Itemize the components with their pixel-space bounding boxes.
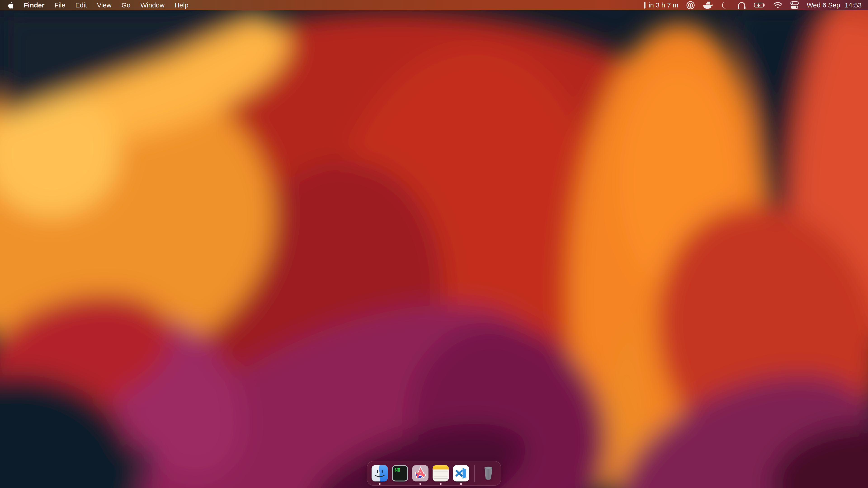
control-center-icon [790, 1, 799, 10]
wifi-icon [773, 2, 782, 8]
battery-menu[interactable] [754, 2, 766, 8]
menu-item-file[interactable]: File [55, 1, 65, 9]
dock-separator [474, 465, 475, 482]
menu-item-go[interactable]: Go [121, 1, 130, 9]
wallpaper [0, 0, 868, 488]
menu-bar-clock[interactable]: Wed 6 Sep 14:53 [807, 1, 862, 9]
headphones-icon [737, 1, 746, 9]
timer-status[interactable]: in 3 h 7 m [644, 1, 678, 9]
onepassword-icon [686, 1, 695, 10]
notes-icon [432, 465, 449, 482]
running-indicator [460, 483, 462, 485]
terminal-prompt-glyph: $ [395, 467, 397, 472]
timer-remaining-label: in 3 h 7 m [649, 1, 678, 9]
arc-browser-icon [412, 465, 429, 482]
dock-item-arc[interactable] [412, 465, 429, 482]
menu-item-window[interactable]: Window [141, 1, 164, 9]
apple-logo-icon [8, 2, 14, 9]
menu-item-view[interactable]: View [97, 1, 112, 9]
dock-item-vscode[interactable] [453, 465, 469, 482]
trash-icon [480, 465, 497, 482]
docker-menu[interactable] [703, 1, 713, 9]
running-indicator [379, 483, 381, 485]
audio-output-menu[interactable] [737, 1, 746, 9]
menu-item-help[interactable]: Help [175, 1, 188, 9]
dock-item-trash[interactable] [480, 465, 497, 482]
clock-time: 14:53 [845, 1, 862, 9]
focus-moon-icon [721, 1, 730, 9]
menu-bar-left: Finder File Edit View Go Window Help [0, 1, 188, 9]
onepassword-menu[interactable] [686, 1, 695, 10]
timer-indicator-bar-icon [644, 1, 646, 9]
menu-item-edit[interactable]: Edit [75, 1, 87, 9]
vscode-icon [453, 465, 469, 482]
menu-bar-status: in 3 h 7 m [644, 1, 868, 10]
dock-item-terminal[interactable]: $ [392, 465, 408, 482]
clock-date: Wed 6 Sep [807, 1, 840, 9]
dock-item-notes[interactable] [432, 465, 449, 482]
menu-bar: Finder File Edit View Go Window Help in … [0, 0, 868, 10]
dock-item-finder[interactable] [371, 465, 388, 482]
apple-menu[interactable] [8, 2, 14, 9]
terminal-icon: $ [392, 465, 408, 482]
running-indicator [420, 483, 421, 485]
desktop: Finder File Edit View Go Window Help in … [0, 0, 868, 488]
dock: $ [367, 461, 501, 486]
battery-charging-icon [754, 2, 766, 8]
control-center-menu[interactable] [790, 1, 799, 10]
wifi-menu[interactable] [773, 2, 782, 8]
finder-icon [371, 465, 388, 482]
running-indicator [440, 483, 442, 485]
active-app-menu[interactable]: Finder [24, 1, 44, 9]
docker-whale-icon [703, 1, 713, 9]
focus-menu[interactable] [721, 1, 730, 9]
